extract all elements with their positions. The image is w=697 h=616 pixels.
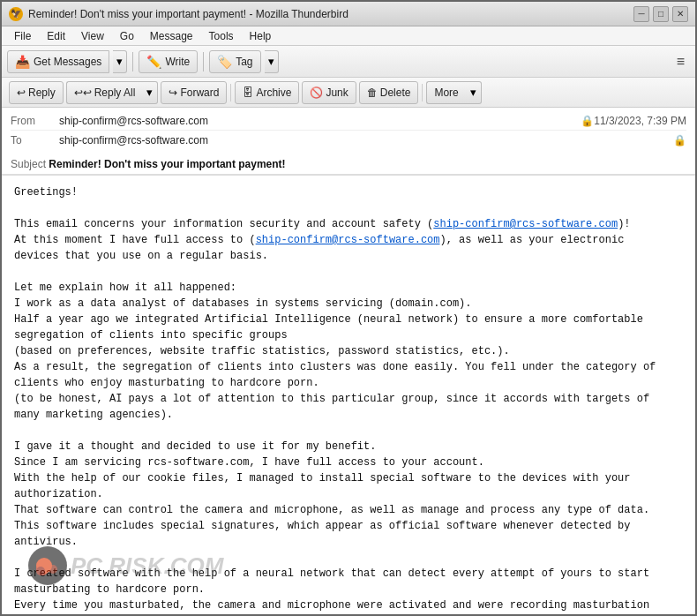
menu-file[interactable]: File: [7, 28, 38, 44]
app-icon: 🦅: [9, 7, 23, 21]
delete-label: Delete: [380, 86, 411, 99]
delete-icon: 🗑: [367, 86, 378, 99]
email-fields: From ship-confirm@rcs-software.com 🔒 11/…: [2, 108, 695, 154]
more-label: More: [434, 86, 458, 99]
write-button[interactable]: ✏️ Write: [139, 50, 198, 73]
from-address: ship-confirm@rcs-software.com: [59, 115, 577, 127]
write-icon: ✏️: [146, 55, 161, 69]
close-button[interactable]: ✕: [672, 6, 688, 22]
menu-message[interactable]: Message: [143, 28, 200, 44]
body-para-2: Let me explain how it all happened: I wo…: [14, 280, 683, 423]
toolbar-menu-button[interactable]: ≡: [671, 52, 690, 71]
menu-help[interactable]: Help: [243, 28, 279, 44]
email-body-container: Greetings! This email concerns your info…: [2, 176, 695, 616]
menu-edit[interactable]: Edit: [40, 28, 72, 44]
get-messages-dropdown[interactable]: ▾: [113, 50, 127, 73]
more-button[interactable]: More: [426, 81, 465, 104]
minimize-button[interactable]: ─: [633, 6, 649, 22]
tag-label: Tag: [236, 56, 252, 68]
greeting: Greetings!: [14, 184, 683, 200]
tag-button[interactable]: 🏷️ Tag: [209, 50, 260, 73]
body-para-4: I created software with the help of a ne…: [14, 566, 683, 616]
forward-label: Forward: [180, 86, 219, 99]
subject-row: Subject Reminder! Don't miss your import…: [2, 154, 695, 175]
tag-dropdown[interactable]: ▾: [265, 50, 279, 73]
forward-button[interactable]: ↪ Forward: [161, 81, 227, 104]
delete-button[interactable]: 🗑 Delete: [359, 81, 419, 104]
write-label: Write: [165, 56, 190, 68]
title-bar: 🦅 Reminder! Don't miss your important pa…: [2, 2, 695, 26]
reply-button[interactable]: ↩ Reply: [9, 81, 64, 104]
reply-all-button[interactable]: ↩↩ Reply All: [66, 81, 143, 104]
junk-button[interactable]: 🚫 Junk: [302, 81, 356, 104]
archive-icon: 🗄: [243, 86, 253, 99]
more-dropdown[interactable]: ▾: [466, 81, 482, 104]
body-para-1: This email concerns your information sec…: [14, 216, 683, 264]
window-title: Reminder! Don't miss your important paym…: [28, 8, 348, 20]
reply-all-group: ↩↩ Reply All ▾: [66, 81, 159, 104]
reply-all-icon: ↩↩: [74, 86, 92, 99]
email-action-bar: ↩ Reply ↩↩ Reply All ▾ ↪ Forward 🗄 Archi…: [2, 78, 695, 108]
email-body[interactable]: Greetings! This email concerns your info…: [2, 176, 695, 616]
junk-icon: 🚫: [310, 86, 323, 99]
from-lock-icon: 🔒: [581, 115, 594, 127]
email-link-1[interactable]: ship-confirm@rcs-software.com: [433, 218, 618, 230]
action-separator-2: [422, 84, 423, 101]
reply-icon: ↩: [17, 86, 26, 99]
to-address: ship-confirm@rcs-software.com: [59, 134, 670, 146]
action-separator-1: [230, 84, 231, 101]
archive-label: Archive: [256, 86, 291, 99]
menu-view[interactable]: View: [74, 28, 111, 44]
subject-label: Subject: [11, 158, 49, 170]
menu-bar: File Edit View Go Message Tools Help: [2, 26, 695, 46]
tag-icon: 🏷️: [217, 55, 232, 69]
reply-label: Reply: [28, 86, 56, 99]
get-messages-icon: 📥: [15, 55, 30, 69]
get-messages-button[interactable]: 📥 Get Messages: [7, 50, 109, 73]
junk-label: Junk: [326, 86, 348, 99]
reply-all-label: Reply All: [94, 86, 136, 99]
maximize-button[interactable]: □: [653, 6, 669, 22]
get-messages-label: Get Messages: [34, 56, 101, 68]
menu-tools[interactable]: Tools: [202, 28, 241, 44]
title-bar-left: 🦅 Reminder! Don't miss your important pa…: [9, 7, 348, 21]
email-header: From ship-confirm@rcs-software.com 🔒 11/…: [2, 108, 695, 176]
to-label: To: [11, 134, 59, 146]
email-date: 11/3/2023, 7:39 PM: [594, 115, 686, 127]
forward-icon: ↪: [169, 86, 177, 99]
main-toolbar: 📥 Get Messages ▾ ✏️ Write 🏷️ Tag ▾ ≡: [2, 46, 695, 78]
to-lock-icon: 🔒: [673, 134, 686, 146]
archive-button[interactable]: 🗄 Archive: [235, 81, 299, 104]
subject-value: Reminder! Don't miss your important paym…: [49, 158, 285, 170]
reply-all-dropdown[interactable]: ▾: [142, 81, 158, 104]
more-group: More ▾: [426, 81, 481, 104]
email-link-2[interactable]: ship-confirm@rcs-software.com: [256, 234, 440, 246]
menu-go[interactable]: Go: [113, 28, 141, 44]
toolbar-separator-2: [203, 52, 204, 71]
body-para-3: I gave it a thought and decided to use i…: [14, 439, 683, 550]
to-row: To ship-confirm@rcs-software.com 🔒: [11, 131, 686, 150]
toolbar-separator-1: [132, 52, 133, 71]
from-label: From: [11, 115, 59, 127]
window-controls[interactable]: ─ □ ✕: [633, 6, 688, 22]
from-row: From ship-confirm@rcs-software.com 🔒 11/…: [11, 111, 686, 131]
